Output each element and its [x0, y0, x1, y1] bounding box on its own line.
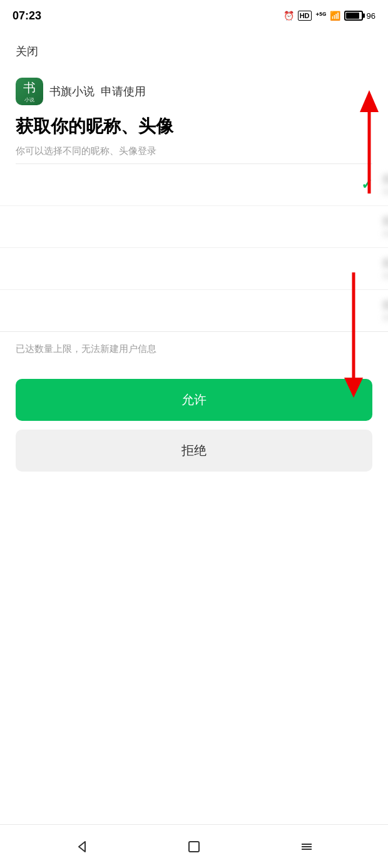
permission-title: 获取你的昵称、头像: [16, 115, 372, 138]
status-icons: ⏰ HD ⁺⁵ᴳ 📶 96: [283, 11, 375, 21]
home-button[interactable]: [181, 834, 207, 859]
menu-icon: [299, 839, 314, 854]
user-sub-blur: [382, 272, 388, 279]
main-content: 关闭 书 小说 书旗小说 申请使用 获取你的昵称、头像 你可以选择不同的昵称、头…: [0, 31, 388, 868]
home-icon: [186, 839, 202, 854]
bottom-spacer: [0, 484, 388, 540]
user-name-blur: [382, 300, 388, 310]
hd-icon: HD: [298, 11, 312, 21]
user-info: [382, 258, 388, 279]
network-icon: ⁺⁵ᴳ: [315, 11, 326, 20]
app-name-request: 书旗小说 申请使用: [49, 84, 146, 99]
bottom-nav: [0, 824, 388, 868]
signal-icon: 📶: [330, 11, 340, 21]
permission-desc: 你可以选择不同的昵称、头像登录: [16, 145, 372, 157]
app-logo: 书 小说: [16, 78, 43, 105]
svg-rect-5: [189, 842, 199, 852]
user-item[interactable]: [0, 290, 388, 331]
user-info: [382, 174, 388, 195]
user-info: [382, 300, 388, 321]
user-item[interactable]: [0, 206, 388, 248]
close-bar: 关闭: [0, 31, 388, 65]
user-info: [382, 216, 388, 237]
deny-button[interactable]: 拒绝: [16, 430, 372, 472]
user-item[interactable]: ✓: [0, 164, 388, 206]
close-button[interactable]: 关闭: [16, 45, 38, 58]
alarm-icon: ⏰: [283, 11, 294, 21]
battery-icon: [344, 11, 363, 21]
back-icon: [74, 839, 89, 854]
allow-button[interactable]: 允许: [16, 379, 372, 421]
action-section: 允许 拒绝: [0, 366, 388, 484]
user-name-blur: [382, 216, 388, 226]
app-info-section: 书 小说 书旗小说 申请使用 获取你的昵称、头像 你可以选择不同的昵称、头像登录: [0, 65, 388, 163]
app-logo-subtext: 小说: [24, 96, 34, 103]
battery-percent: 96: [367, 11, 375, 21]
svg-marker-4: [79, 842, 85, 852]
user-sub-blur: [382, 314, 388, 321]
app-name: 书旗小说: [49, 85, 94, 98]
check-icon: ✓: [361, 177, 372, 193]
back-button[interactable]: [69, 834, 94, 859]
user-name-blur: [382, 258, 388, 268]
user-list-section: ✓: [0, 164, 388, 331]
status-time: 07:23: [13, 9, 41, 23]
app-request: 申请使用: [101, 85, 146, 98]
menu-button[interactable]: [294, 834, 319, 859]
status-bar: 07:23 ⏰ HD ⁺⁵ᴳ 📶 96: [0, 0, 388, 31]
info-text: 已达数量上限，无法新建用户信息: [16, 343, 156, 354]
info-text-section: 已达数量上限，无法新建用户信息: [0, 331, 388, 366]
app-header: 书 小说 书旗小说 申请使用: [16, 78, 372, 105]
action-buttons: 允许 拒绝: [0, 366, 388, 484]
app-logo-icon: 书: [23, 80, 36, 96]
user-sub-blur: [382, 188, 388, 195]
user-sub-blur: [382, 230, 388, 237]
user-item[interactable]: [0, 248, 388, 290]
user-name-blur: [382, 174, 388, 184]
